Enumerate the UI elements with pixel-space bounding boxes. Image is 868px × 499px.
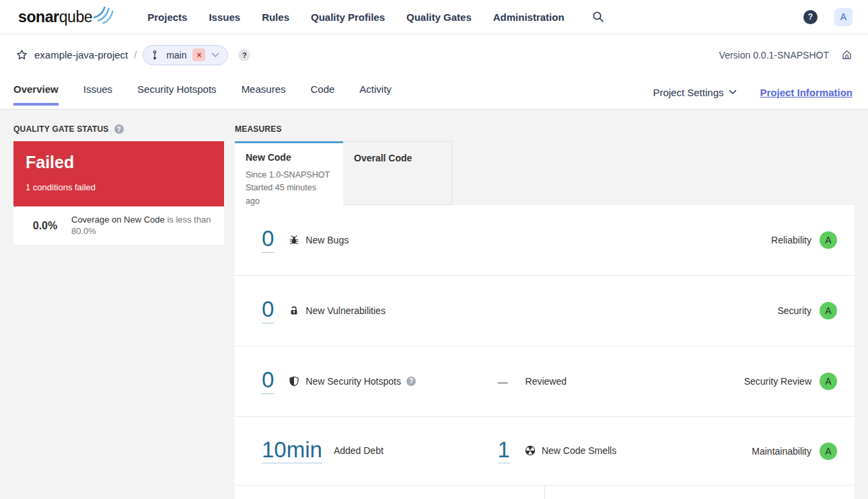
measures-panel: MEASURES New Code Since 1.0-SNAPSHOT Sta… <box>235 124 855 499</box>
added-debt-label: Added Debt <box>334 445 384 456</box>
chevron-down-icon <box>211 52 219 58</box>
project-information-link[interactable]: Project Information <box>760 87 853 98</box>
reviewed-label: Reviewed <box>526 376 567 387</box>
condition-value: 0.0% <box>19 220 71 232</box>
main-nav: Projects Issues Rules Quality Profiles Q… <box>147 11 564 23</box>
git-branch-icon <box>149 50 160 61</box>
sonarqube-logo[interactable]: sonarqube <box>18 9 114 25</box>
measures-tabs: New Code Since 1.0-SNAPSHOT Started 45 m… <box>235 141 855 205</box>
new-code-smells-count-link[interactable]: 1 <box>498 438 510 464</box>
measure-row-security: 0 New Vulnerabilities Security A <box>235 276 855 346</box>
tab-activity[interactable]: Activity <box>359 75 392 106</box>
new-vulnerabilities-cell: 0 New Vulnerabilities <box>262 298 498 323</box>
failed-condition-card: 0.0% Coverage on New Code is less than 8… <box>13 206 224 245</box>
measure-row-security-review: 0 New Security Hotspots ? — Reviewed <box>235 346 855 417</box>
favorite-star-icon[interactable] <box>16 49 28 61</box>
quality-gate-status-card: Failed 1 conditions failed <box>13 141 224 206</box>
new-hotspots-cell: 0 New Security Hotspots ? <box>262 369 498 394</box>
quality-gate-help-icon[interactable]: ? <box>114 124 124 134</box>
nav-item-quality-profiles[interactable]: Quality Profiles <box>311 11 385 23</box>
security-label: Security <box>777 305 811 316</box>
condition-metric-link[interactable]: Coverage on New Code <box>71 215 165 225</box>
home-icon[interactable] <box>841 49 853 61</box>
overall-code-tab-label: Overall Code <box>354 153 441 163</box>
nav-item-administration[interactable]: Administration <box>493 11 565 23</box>
breadcrumb: example-java-project / main × ? Version … <box>0 34 868 75</box>
avatar[interactable]: A <box>834 8 853 26</box>
new-code-tab-subtext: Since 1.0-SNAPSHOT Started 45 minutes ag… <box>246 169 332 208</box>
hotspots-help-icon[interactable]: ? <box>406 377 416 386</box>
tab-issues[interactable]: Issues <box>83 75 112 106</box>
reliability-rating-badge[interactable]: A <box>820 231 837 249</box>
project-tabs: Overview Issues Security Hotspots Measur… <box>13 75 392 109</box>
tabbar-actions: Project Settings Project Information <box>653 75 853 109</box>
security-review-rating-badge[interactable]: A <box>820 373 837 390</box>
logo-text: sonarqube <box>18 9 92 25</box>
new-hotspots-count-link[interactable]: 0 <box>262 369 274 394</box>
search-icon[interactable] <box>592 11 604 23</box>
measure-row-reliability: 0 New Bugs Reliability A <box>235 205 855 276</box>
security-domain: Security A <box>777 302 837 319</box>
maintainability-rating-badge[interactable]: A <box>820 443 837 460</box>
new-code-since: Since 1.0-SNAPSHOT <box>246 169 332 182</box>
condition-text: Coverage on New Code is less than 80.0% <box>71 215 215 237</box>
quality-gate-conditions-summary: 1 conditions failed <box>26 182 212 192</box>
added-debt-link[interactable]: 10min <box>262 438 322 464</box>
new-vulnerabilities-count-link[interactable]: 0 <box>262 298 274 323</box>
security-rating-badge[interactable]: A <box>820 302 837 319</box>
new-bugs-label: New Bugs <box>305 235 349 245</box>
quality-gate-section-title: QUALITY GATE STATUS ? <box>13 124 224 134</box>
project-settings-menu[interactable]: Project Settings <box>653 87 737 98</box>
reviewed-cell: — Reviewed <box>498 376 744 387</box>
tab-overall-code[interactable]: Overall Code <box>343 141 452 205</box>
partial-cell-right <box>545 486 855 499</box>
new-vulnerabilities-label: New Vulnerabilities <box>305 305 386 316</box>
reviewed-dash: — <box>498 376 508 387</box>
tab-code[interactable]: Code <box>310 75 334 106</box>
new-hotspots-label: New Security Hotspots <box>305 376 401 387</box>
new-code-started: Started 45 minutes ago <box>246 182 332 208</box>
chevron-down-icon <box>729 89 737 95</box>
reliability-domain: Reliability A <box>771 231 837 249</box>
measures-rows: 0 New Bugs Reliability A <box>235 205 855 499</box>
version-label: Version 0.0.1-SNAPSHOT <box>719 50 829 61</box>
quality-gate-title-text: QUALITY GATE STATUS <box>13 124 109 134</box>
help-icon[interactable]: ? <box>803 10 818 24</box>
branch-name: main <box>166 50 186 61</box>
bug-icon <box>289 235 299 245</box>
project-name-link[interactable]: example-java-project <box>34 49 128 61</box>
project-settings-label: Project Settings <box>653 87 723 98</box>
partial-cell-left <box>235 486 545 499</box>
tab-security-hotspots[interactable]: Security Hotspots <box>137 75 217 106</box>
maintainability-domain: Maintainability A <box>752 443 837 460</box>
code-smell-icon <box>525 445 536 456</box>
security-hotspot-shield-icon <box>289 376 299 387</box>
top-navbar: sonarqube Projects Issues Rules Quality … <box>0 0 868 34</box>
project-tabbar: Overview Issues Security Hotspots Measur… <box>0 75 868 110</box>
tab-measures[interactable]: Measures <box>242 75 286 106</box>
tab-overview[interactable]: Overview <box>13 75 59 106</box>
overview-content: QUALITY GATE STATUS ? Failed 1 condition… <box>0 110 868 499</box>
breadcrumb-right-group: Version 0.0.1-SNAPSHOT <box>719 49 853 61</box>
new-bugs-count-link[interactable]: 0 <box>262 227 274 253</box>
quality-gate-panel: QUALITY GATE STATUS ? Failed 1 condition… <box>13 124 224 499</box>
measures-title-text: MEASURES <box>235 124 282 134</box>
branch-help-icon[interactable]: ? <box>238 49 250 61</box>
nav-item-projects[interactable]: Projects <box>147 11 187 23</box>
branch-failed-badge[interactable]: × <box>192 48 205 61</box>
tab-new-code[interactable]: New Code Since 1.0-SNAPSHOT Started 45 m… <box>235 141 343 205</box>
measure-row-partial <box>235 486 855 499</box>
new-code-smells-cell: 1 New Code Smells <box>498 438 752 464</box>
logo-text-rest: qube <box>59 8 93 26</box>
branch-selector[interactable]: main × <box>143 45 228 65</box>
new-code-smells-label: New Code Smells <box>542 445 616 456</box>
logo-swoosh-icon <box>94 7 114 24</box>
measures-section-title: MEASURES <box>235 124 855 134</box>
open-lock-icon <box>289 305 299 316</box>
nav-item-rules[interactable]: Rules <box>262 11 289 23</box>
quality-gate-status: Failed <box>26 153 212 172</box>
nav-item-issues[interactable]: Issues <box>209 11 240 23</box>
measure-row-maintainability: 10min Added Debt 1 New Code Smells <box>235 417 855 486</box>
nav-item-quality-gates[interactable]: Quality Gates <box>406 11 472 23</box>
breadcrumb-separator: / <box>134 50 137 61</box>
